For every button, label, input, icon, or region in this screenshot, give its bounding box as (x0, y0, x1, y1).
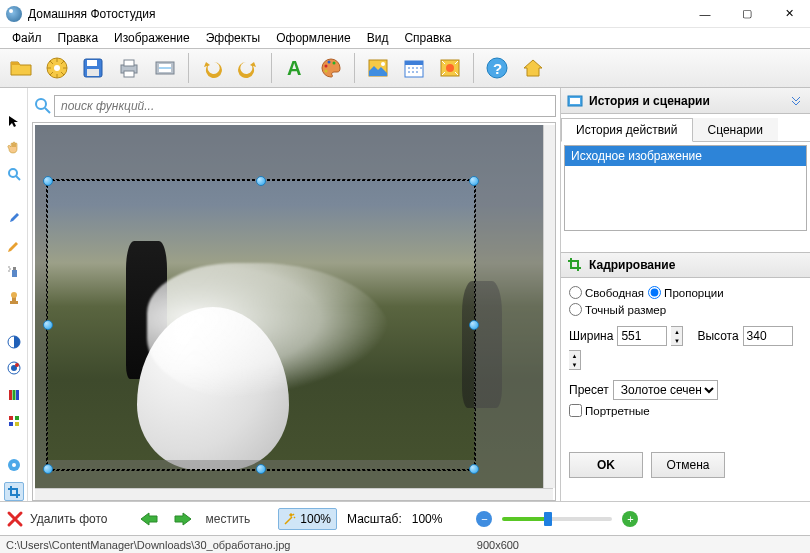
svg-rect-24 (12, 270, 17, 277)
portrait-checkbox[interactable]: Портретные (569, 404, 650, 417)
save-button[interactable] (76, 51, 110, 85)
ok-button[interactable]: OK (569, 452, 643, 478)
svg-point-31 (11, 292, 17, 298)
next-photo-button[interactable] (171, 509, 195, 529)
height-label: Высота (697, 329, 738, 343)
channels-tool[interactable] (4, 412, 24, 431)
search-input[interactable] (54, 95, 556, 117)
svg-rect-3 (87, 60, 97, 66)
panel-collapse-button[interactable] (788, 93, 804, 109)
canvas-scrollbar-h[interactable] (35, 488, 553, 500)
zoom-tool[interactable] (4, 165, 24, 184)
stamp-tool[interactable] (4, 289, 24, 308)
zoom-slider-thumb[interactable] (544, 512, 552, 526)
height-spinner[interactable]: ▲▼ (569, 350, 581, 370)
effects-button[interactable] (433, 51, 467, 85)
palette-button[interactable] (314, 51, 348, 85)
cancel-button[interactable]: Отмена (651, 452, 725, 478)
crop-handle-w[interactable] (43, 320, 53, 330)
canvas-scrollbar-v[interactable] (543, 125, 555, 488)
crop-icon (567, 257, 583, 273)
menu-help[interactable]: Справка (396, 29, 459, 47)
hue-tool[interactable] (4, 359, 24, 378)
hand-tool[interactable] (4, 139, 24, 158)
right-panel: История и сценарии История действий Сцен… (560, 88, 810, 501)
canvas-area[interactable] (32, 122, 556, 501)
menu-effects[interactable]: Эффекты (198, 29, 269, 47)
status-bar: C:\Users\ContentManager\Downloads\30_обр… (0, 535, 810, 553)
pencil-tool[interactable] (4, 235, 24, 254)
search-bar (32, 92, 556, 120)
zoom-out-button[interactable]: − (476, 511, 492, 527)
crop-handle-nw[interactable] (43, 176, 53, 186)
minimize-button[interactable]: — (684, 0, 726, 28)
crop-tool[interactable] (4, 482, 24, 501)
redo-button[interactable] (231, 51, 265, 85)
help-button[interactable]: ? (480, 51, 514, 85)
menu-view[interactable]: Вид (359, 29, 397, 47)
crop-handle-ne[interactable] (469, 176, 479, 186)
history-list[interactable]: Исходное изображение (564, 145, 807, 231)
titlebar: Домашняя Фотостудия — ▢ ✕ (0, 0, 810, 28)
history-title: История и сценарии (589, 94, 710, 108)
contrast-tool[interactable] (4, 332, 24, 351)
menu-file[interactable]: Файл (4, 29, 50, 47)
delete-photo-button[interactable]: Удалить фото (6, 510, 107, 528)
opt-exact[interactable]: Точный размер (569, 303, 666, 316)
pointer-tool[interactable] (4, 112, 24, 131)
zoom-slider[interactable] (502, 517, 612, 521)
undo-button[interactable] (195, 51, 229, 85)
catalog-button[interactable] (40, 51, 74, 85)
scan-button[interactable] (148, 51, 182, 85)
svg-point-44 (12, 463, 16, 467)
preset-select[interactable]: Золотое сечение (613, 380, 718, 400)
brush-tool[interactable] (4, 209, 24, 228)
search-icon (32, 95, 54, 117)
fit-label: местить (205, 512, 250, 526)
svg-rect-39 (9, 416, 13, 420)
rgb-tool[interactable] (4, 385, 24, 404)
height-input[interactable] (743, 326, 793, 346)
zoom-actual-button[interactable]: 100% (278, 508, 337, 530)
spray-tool[interactable] (4, 262, 24, 281)
prev-photo-button[interactable] (137, 509, 161, 529)
svg-rect-6 (124, 60, 134, 66)
menu-decorate[interactable]: Оформление (268, 29, 358, 47)
svg-rect-18 (405, 61, 423, 65)
opt-proportions[interactable]: Пропорции (648, 286, 724, 299)
opt-free[interactable]: Свободная (569, 286, 644, 299)
width-spinner[interactable]: ▲▼ (671, 326, 683, 346)
crop-handle-e[interactable] (469, 320, 479, 330)
crop-handle-s[interactable] (256, 464, 266, 474)
menu-edit[interactable]: Правка (50, 29, 107, 47)
zoom-in-button[interactable]: + (622, 511, 638, 527)
close-button[interactable]: ✕ (768, 0, 810, 28)
print-button[interactable] (112, 51, 146, 85)
home-button[interactable] (516, 51, 550, 85)
fx-tool[interactable] (4, 456, 24, 475)
wand-icon (284, 513, 296, 525)
history-item[interactable]: Исходное изображение (565, 146, 806, 166)
status-dimensions: 900x600 (477, 539, 519, 551)
open-file-button[interactable] (4, 51, 38, 85)
svg-rect-25 (13, 267, 16, 270)
crop-handle-sw[interactable] (43, 464, 53, 474)
history-tabs: История действий Сценарии (561, 118, 810, 142)
crop-handle-n[interactable] (256, 176, 266, 186)
bottom-bar: Удалить фото местить 100% Масштаб: 100% … (0, 501, 810, 535)
app-title: Домашняя Фотостудия (28, 7, 155, 21)
tab-history[interactable]: История действий (561, 118, 693, 142)
svg-point-1 (54, 65, 60, 71)
calendar-button[interactable] (397, 51, 431, 85)
menu-image[interactable]: Изображение (106, 29, 198, 47)
crop-handle-se[interactable] (469, 464, 479, 474)
tab-scenarios[interactable]: Сценарии (693, 118, 778, 141)
image-button[interactable] (361, 51, 395, 85)
zoom-value: 100% (412, 512, 443, 526)
app-icon (6, 6, 22, 22)
svg-point-16 (381, 62, 385, 66)
text-tool-button[interactable]: A (278, 51, 312, 85)
maximize-button[interactable]: ▢ (726, 0, 768, 28)
width-input[interactable] (617, 326, 667, 346)
crop-rectangle[interactable] (47, 180, 475, 470)
